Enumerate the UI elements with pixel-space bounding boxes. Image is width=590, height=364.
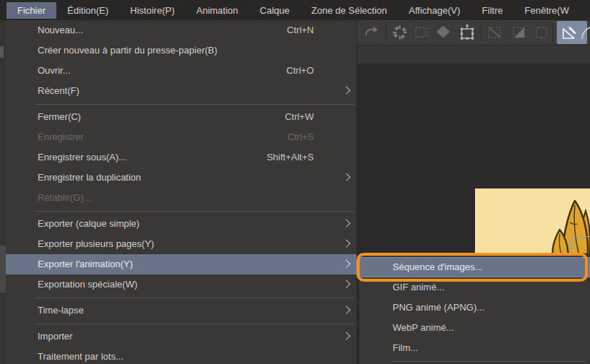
menu-item-label: Exporter l'animation(Y) [38, 259, 133, 269]
menubar-item[interactable]: Calque [249, 2, 300, 19]
menubar-item[interactable]: Fenêtre(W [514, 2, 580, 19]
menu-item[interactable]: Exporter (calque simple) [6, 214, 356, 234]
document-tab-band [357, 46, 590, 64]
menu-item-label: Fermer(C) [38, 111, 81, 122]
menubar: FichierÉdition(E)Histoire(P)AnimationCal… [0, 0, 590, 20]
menu-item-label: Exporter plusieurs pages(Y) [38, 238, 154, 249]
select-burst-icon[interactable] [391, 24, 409, 41]
menu-separator [6, 208, 356, 214]
palette-edge-notch [0, 46, 4, 58]
menu-item[interactable]: Traitement par lots... [6, 347, 356, 364]
menu-item[interactable]: PNG animé (APNG)... [359, 298, 590, 318]
menu-item[interactable]: Enregistrer sous(A)...Shift+Alt+S [6, 147, 356, 168]
menu-item: Rétablir(G)... [6, 188, 356, 208]
submenu-chevron-icon [342, 306, 350, 314]
menu-separator [359, 358, 590, 364]
menu-item-shortcut: Ctrl+O [286, 61, 314, 81]
menu-item-label: WebP animé... [393, 322, 454, 333]
menu-item-shortcut: Ctrl+S [288, 127, 314, 147]
app-left-edge [0, 20, 6, 364]
menubar-item[interactable]: Fichier [7, 2, 56, 19]
submenu-chevron-icon [342, 332, 350, 340]
menu-item[interactable]: Exporter l'animation(Y) [6, 254, 356, 274]
transform-icon[interactable] [458, 24, 476, 41]
snap-grid-icon[interactable] [533, 24, 550, 41]
menu-separator [6, 101, 356, 107]
toolbar-separator [481, 23, 482, 42]
menu-item[interactable]: Créer nouveau à partir du presse-papier(… [6, 40, 356, 61]
menu-separator [6, 295, 356, 300]
submenu-chevron-icon [342, 280, 350, 288]
menu-item-shortcut: Shift+Alt+S [267, 147, 314, 168]
toolbar-separator [552, 23, 553, 42]
toolbar-separator [386, 23, 387, 42]
menu-item-label: Enregistrer sous(A)... [38, 152, 127, 162]
menu-item-label: Exporter (calque simple) [38, 218, 140, 229]
menu-item-label: GIF animé... [393, 282, 445, 292]
menu-item[interactable]: Film... [359, 338, 590, 358]
menu-item-label: Time-lapse [38, 305, 84, 316]
redo-icon[interactable] [362, 24, 380, 41]
menubar-item[interactable]: Filtre [471, 2, 514, 19]
menu-item-label: Traitement par lots... [38, 351, 124, 362]
menu-item-label: Ouvrir... [38, 65, 71, 76]
submenu-chevron-icon [342, 173, 350, 181]
menubar-item[interactable]: Histoire(P) [119, 2, 185, 19]
menu-item[interactable]: Ouvrir...Ctrl+O [6, 61, 356, 81]
menu-item-shortcut: Ctrl+N [287, 20, 314, 40]
menu-item-label: Enregistrer [38, 131, 84, 142]
menubar-item[interactable]: Animation [186, 2, 249, 19]
menu-item-label: Nouveau... [38, 25, 83, 35]
snap-special-ruler-icon [560, 23, 578, 42]
menu-item[interactable]: Fermer(C)Ctrl+W [6, 107, 356, 127]
menubar-item[interactable]: Affichage(V) [398, 2, 471, 19]
annotation-highlight-box [356, 253, 588, 282]
menu-item-label: Créer nouveau à partir du presse-papier(… [38, 45, 218, 56]
menu-item-label: Exportation spéciale(W) [38, 279, 137, 290]
menu-item[interactable]: Exporter plusieurs pages(Y) [6, 234, 356, 254]
menu-item[interactable]: Time-lapse [6, 300, 356, 321]
submenu-chevron-icon [342, 87, 350, 95]
submenu-chevron-icon [342, 240, 350, 248]
menu-item[interactable]: Nouveau...Ctrl+N [6, 20, 356, 40]
file-menu-dropdown: Nouveau...Ctrl+NCréer nouveau à partir d… [6, 20, 357, 364]
menubar-item[interactable]: Zone de Sélection [301, 2, 398, 19]
deselect-icon[interactable] [413, 24, 430, 41]
menu-separator [6, 321, 356, 326]
menu-item[interactable]: Enregistrer la duplication [6, 168, 356, 188]
snap-ruler-icon[interactable] [486, 24, 503, 41]
menu-item[interactable]: Exportation spéciale(W) [6, 274, 356, 295]
submenu-chevron-icon [342, 260, 350, 268]
menu-item[interactable]: WebP animé... [359, 318, 590, 338]
menu-item-label: Récent(F) [38, 85, 80, 96]
menu-item-label: Rétablir(G)... [38, 192, 91, 203]
menu-item-label: PNG animé (APNG)... [393, 302, 484, 313]
menu-item-label: Film... [393, 342, 418, 353]
fill-icon[interactable] [435, 24, 452, 41]
curve-ruler-icon[interactable] [580, 24, 590, 41]
menu-item-label: Enregistrer la duplication [38, 172, 141, 183]
command-bar [357, 20, 590, 46]
palette-edge-light [0, 246, 6, 292]
menu-item-label: Importer [38, 331, 72, 342]
menu-item[interactable]: Récent(F) [6, 81, 356, 101]
snap-perspective-icon[interactable] [510, 24, 528, 41]
submenu-chevron-icon [342, 220, 350, 228]
menu-item[interactable]: Importer [6, 326, 356, 347]
menubar-item[interactable]: Édition(E) [56, 2, 119, 19]
menu-item: EnregistrerCtrl+S [6, 127, 356, 147]
menu-item-shortcut: Ctrl+W [285, 107, 314, 127]
